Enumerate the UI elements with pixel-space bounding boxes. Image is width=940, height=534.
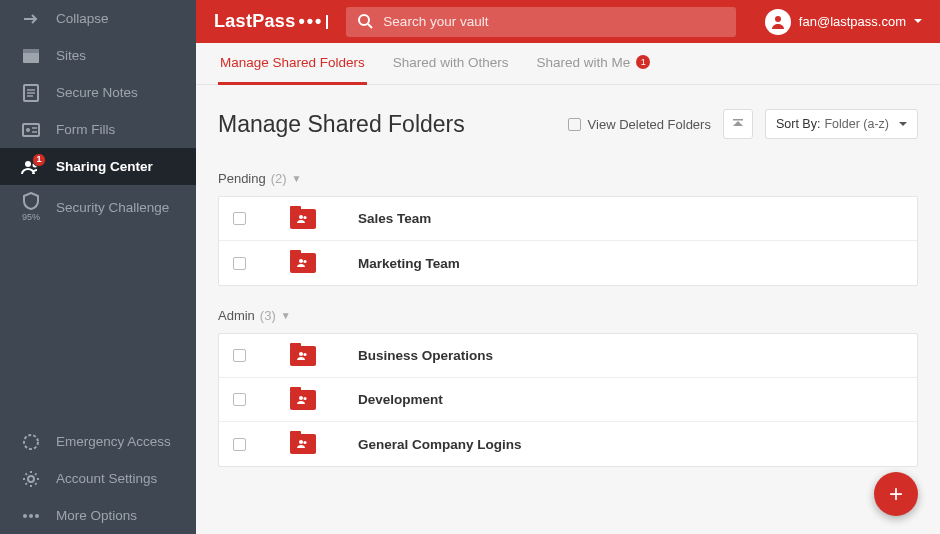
logo-cursor [326,15,328,29]
sidebar-item-security-challenge[interactable]: 95% Security Challenge [0,185,196,229]
checkbox[interactable] [233,349,246,362]
svg-point-12 [359,15,369,25]
sidebar-item-label: Form Fills [56,122,115,137]
svg-rect-14 [733,119,743,121]
svg-point-19 [299,352,303,356]
svg-point-23 [299,440,303,444]
section-count: (2) [271,171,287,186]
sidebar-item-form-fills[interactable]: Form Fills [0,111,196,148]
svg-point-21 [299,396,303,400]
sidebar-item-account-settings[interactable]: Account Settings [0,460,196,497]
tab-label: Shared with Me [536,55,630,70]
search-input[interactable] [383,14,724,29]
checkbox[interactable] [233,393,246,406]
section-count: (3) [260,308,276,323]
tab-badge: 1 [636,55,650,69]
tab-label: Shared with Others [393,55,509,70]
tab-label: Manage Shared Folders [220,55,365,70]
folder-row[interactable]: Marketing Team [219,241,917,285]
sidebar-item-label: More Options [56,508,137,523]
plus-icon: + [889,480,903,508]
section-name: Admin [218,308,255,323]
sort-label: Sort By: [776,117,820,131]
svg-point-17 [299,259,303,263]
caret-down-icon [899,122,907,127]
svg-point-11 [35,514,39,518]
svg-point-20 [303,352,306,355]
more-icon [20,513,42,519]
sidebar-item-secure-notes[interactable]: Secure Notes [0,74,196,111]
sidebar-item-label: Sharing Center [56,159,153,174]
gear-icon [20,470,42,488]
logo: LastPass ••• [214,11,328,32]
collapse-button[interactable]: Collapse [0,0,196,37]
shared-folder-icon [290,390,316,410]
sidebar-item-label: Account Settings [56,471,157,486]
sidebar-item-label: Sites [56,48,86,63]
folder-row[interactable]: Business Operations [219,334,917,378]
section-header[interactable]: Admin (3) ▼ [218,308,918,323]
shared-folder-icon [290,209,316,229]
svg-point-13 [775,16,781,22]
sidebar-item-label: Security Challenge [56,200,169,215]
collapse-all-button[interactable] [723,109,753,139]
folder-name: Business Operations [358,348,493,363]
folder-section: Pending (2) ▼Sales TeamMarketing Team [196,171,940,286]
folder-name: Sales Team [358,211,431,226]
svg-point-9 [23,514,27,518]
checkbox[interactable] [233,212,246,225]
sidebar-item-sites[interactable]: Sites [0,37,196,74]
folder-name: Development [358,392,443,407]
form-fills-icon [20,123,42,137]
folder-name: General Company Logins [358,437,522,452]
checkbox[interactable] [233,438,246,451]
sidebar-item-sharing-center[interactable]: 1 Sharing Center [0,148,196,185]
view-deleted-label: View Deleted Folders [588,117,711,132]
folder-row[interactable]: Development [219,378,917,422]
sites-icon [20,48,42,64]
collapse-icon [20,12,42,26]
sharing-center-badge: 1 [32,153,46,167]
svg-point-7 [24,435,38,449]
logo-dots: ••• [298,11,323,32]
folder-row[interactable]: General Company Logins [219,422,917,466]
emergency-access-icon [20,433,42,451]
sort-value: Folder (a-z) [824,117,889,131]
section-header[interactable]: Pending (2) ▼ [218,171,918,186]
collapse-label: Collapse [56,11,109,26]
security-challenge-percent: 95% [20,212,42,222]
view-deleted-toggle[interactable]: View Deleted Folders [568,117,711,132]
tab-shared-with-me[interactable]: Shared with Me 1 [534,43,652,85]
add-button[interactable]: + [874,472,918,516]
logo-text: LastPass [214,11,295,32]
topbar: LastPass ••• fan@lastpass.com [196,0,940,43]
section-name: Pending [218,171,266,186]
svg-point-24 [303,441,306,444]
checkbox[interactable] [233,257,246,270]
user-menu[interactable]: fan@lastpass.com [765,9,922,35]
shared-folder-icon [290,434,316,454]
checkbox-icon [568,118,581,131]
tab-shared-with-others[interactable]: Shared with Others [391,43,511,85]
sort-dropdown[interactable]: Sort By: Folder (a-z) [765,109,918,139]
folder-section: Admin (3) ▼Business OperationsDevelopmen… [196,308,940,467]
svg-rect-1 [23,49,39,53]
sidebar-item-label: Emergency Access [56,434,171,449]
secure-notes-icon [20,84,42,102]
search-icon [358,14,373,29]
svg-point-15 [299,215,303,219]
tab-manage-shared-folders[interactable]: Manage Shared Folders [218,43,367,85]
sidebar-item-more-options[interactable]: More Options [0,497,196,534]
shared-folder-icon [290,346,316,366]
folder-row[interactable]: Sales Team [219,197,917,241]
sidebar-bottom: Emergency Access Account Settings More O… [0,423,196,534]
security-challenge-icon: 95% [20,192,42,222]
sidebar-item-emergency-access[interactable]: Emergency Access [0,423,196,460]
sharing-center-icon: 1 [20,159,42,175]
search-box[interactable] [346,7,736,37]
caret-down-icon [914,19,922,24]
page-header: Manage Shared Folders View Deleted Folde… [196,85,940,149]
svg-point-5 [25,161,31,167]
svg-point-8 [28,476,34,482]
tab-bar: Manage Shared Folders Shared with Others… [196,43,940,85]
